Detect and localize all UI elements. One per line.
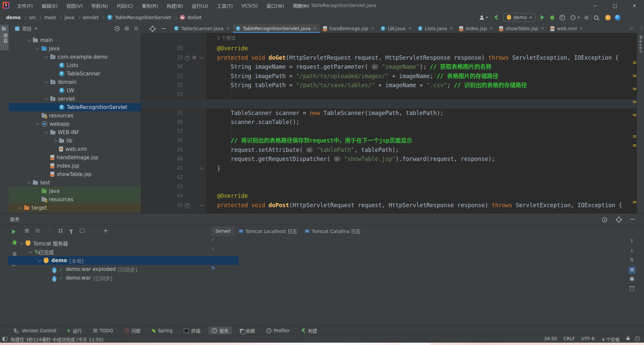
menu-item[interactable]: 代码(C)	[112, 0, 138, 11]
notifications-icon[interactable]	[635, 337, 640, 341]
tab-close-icon[interactable]: ✕	[313, 26, 317, 31]
editor-tab[interactable]: CLists.java✕	[415, 24, 457, 33]
chevron-down-icon[interactable]	[44, 96, 48, 100]
scroll-to-end-icon[interactable]: ≣	[629, 267, 636, 274]
run-config-select[interactable]: demo	[503, 13, 535, 22]
console-tab[interactable]: Tomcat Catalina 日志	[301, 226, 364, 236]
menu-item[interactable]: 文件(F)	[13, 0, 37, 11]
chevron-down-icon[interactable]	[27, 180, 31, 184]
override-marker-icon[interactable]: ↑	[185, 56, 190, 61]
chevron-down-icon[interactable]	[44, 130, 48, 133]
fold-marker-icon[interactable]	[200, 55, 203, 59]
tree-row[interactable]: java	[9, 44, 141, 53]
breadcrumb-item[interactable]: demo	[6, 15, 21, 20]
chevron-down-icon[interactable]	[19, 241, 23, 244]
minimize-button[interactable]: ─	[586, 0, 605, 11]
tab-close-icon[interactable]: ✕	[408, 26, 412, 31]
run-button[interactable]	[541, 15, 544, 20]
tabs-chevron-down-icon[interactable]	[629, 25, 633, 29]
user-dropdown-icon[interactable]	[486, 17, 488, 18]
service-tree-row[interactable]: ✓demo:war[已同步]	[8, 274, 248, 282]
toolwindow-button-problems[interactable]: !问题	[121, 326, 144, 335]
code-with-me-icon[interactable]	[615, 15, 621, 20]
service-tree-row[interactable]: ↻已完成	[8, 247, 230, 256]
stripe-tab-project[interactable]: 项目	[0, 25, 9, 50]
console-tab[interactable]: Tomcat Localhost 日志	[235, 226, 301, 236]
status-message[interactable]: 构建在 3秒124毫秒 中成功完成 (今天 11:50)	[11, 336, 103, 343]
tree-row[interactable]: lib	[9, 136, 141, 145]
locate-icon[interactable]	[115, 26, 120, 31]
code-line[interactable]: String imagePath = "/path/to/uploaded/im…	[217, 72, 498, 81]
rerun-dropdown-icon[interactable]	[577, 17, 580, 18]
tab-close-icon[interactable]: ✕	[226, 26, 229, 31]
tree-row[interactable]: target	[9, 204, 141, 212]
breadcrumb-class[interactable]: TableRecognitionServlet	[115, 15, 171, 20]
chevron-down-icon[interactable]	[36, 46, 39, 50]
profiler-button[interactable]: C	[559, 15, 565, 20]
breadcrumb-item[interactable]: java	[64, 15, 74, 20]
tab-close-icon[interactable]: ✕	[580, 26, 583, 31]
services-gear-icon[interactable]	[616, 217, 621, 222]
usage-inlay-hint[interactable]: 1 个用法	[217, 34, 235, 41]
service-tree-row[interactable]: ✓demo:war exploded[已同步]	[8, 265, 248, 274]
tree-row[interactable]: main	[9, 36, 141, 44]
tab-close-icon[interactable]: ✕	[449, 26, 453, 31]
close-button[interactable]: ✕	[625, 0, 644, 11]
tab-close-icon[interactable]: ✕	[371, 26, 374, 31]
tree-row[interactable]: webapp	[9, 120, 141, 128]
swap-vert-icon[interactable]: ⇅	[630, 257, 634, 263]
code-line[interactable]: String tablePath = "/path/to/save/tables…	[217, 81, 527, 90]
line-separator[interactable]: CRLF	[564, 336, 575, 341]
tree-row[interactable]: com.example.demo	[9, 53, 141, 61]
lock-icon[interactable]	[627, 338, 630, 340]
override-marker-icon[interactable]: ↑	[185, 203, 190, 208]
tree-row[interactable]: CTableRecognitionServlet	[9, 103, 141, 111]
menu-item[interactable]: 重构(R)	[137, 0, 162, 11]
tree-row[interactable]: test	[9, 178, 141, 187]
menu-item[interactable]: 导航(N)	[87, 0, 112, 11]
tree-row[interactable]: CLW	[9, 86, 141, 95]
project-panel-title[interactable]: 项目	[22, 25, 32, 32]
menu-item[interactable]: 运行(U)	[187, 0, 213, 11]
menu-item[interactable]: 视图(V)	[62, 0, 87, 11]
services-float-icon[interactable]	[602, 217, 607, 222]
fold-marker-icon[interactable]	[200, 203, 203, 206]
toolwindow-button-vc[interactable]: Version Control	[10, 326, 60, 335]
breadcrumb-method[interactable]: doGet	[187, 15, 202, 20]
code-line[interactable]: @Override	[217, 44, 248, 53]
tree-row[interactable]: servlet	[9, 95, 141, 103]
editor-tab[interactable]: handleImage.jsp✕	[320, 24, 378, 33]
code-line[interactable]: TableScanner scanner = new TableScanner(…	[217, 109, 444, 118]
tree-row[interactable]: resources	[9, 111, 141, 120]
maximize-button[interactable]: □	[605, 0, 625, 11]
editor-tab[interactable]: CTableRecognitionServlet.java✕	[233, 24, 320, 33]
scroll-up-icon[interactable]: ↑	[630, 238, 634, 244]
toolwindow-button-dependencies[interactable]: 依赖	[236, 326, 258, 335]
toolwindow-button-profiler[interactable]: Profiler	[263, 326, 293, 335]
stop-button[interactable]	[585, 16, 588, 19]
tree-row[interactable]: CTableScanner	[9, 69, 141, 78]
code-line[interactable]: String imageName = request.getParameter(…	[217, 62, 491, 72]
code-line[interactable]: }	[217, 164, 220, 173]
menu-item[interactable]: 编辑(E)	[37, 0, 62, 11]
code-line[interactable]: request.getRequestDispatcher( s: "showTa…	[217, 155, 495, 164]
chevron-down-icon[interactable]	[38, 258, 41, 262]
tree-row[interactable]: CLists	[9, 61, 141, 69]
chevron-down-icon[interactable]	[18, 205, 22, 209]
fold-marker-icon[interactable]	[200, 167, 203, 171]
file-encoding[interactable]: UTF-8	[581, 336, 594, 341]
code-line[interactable]: scanner.scanTable();	[217, 118, 300, 127]
chevron-down-icon[interactable]	[29, 249, 32, 253]
console-tab[interactable]: Server	[211, 226, 235, 236]
editor-tab[interactable]: CTableScanner.java✕	[171, 24, 233, 33]
chevron-down-icon[interactable]	[27, 38, 31, 41]
editor-tab[interactable]: showTable.jsp✕	[496, 24, 547, 33]
tabs-more-icon[interactable]: ⋮	[639, 25, 644, 31]
tree-row[interactable]: java	[9, 187, 141, 195]
tree-row[interactable]: resources	[9, 195, 141, 204]
indent-info[interactable]: 4 个空格	[602, 336, 620, 343]
code-editor[interactable]: 2829↑@30313233343536373839404142434445↑ …	[141, 33, 637, 213]
service-tree-row[interactable]: Tomcat 服务器	[8, 239, 221, 247]
hide-panel-icon[interactable]	[162, 28, 166, 29]
gear-icon[interactable]	[150, 26, 155, 31]
